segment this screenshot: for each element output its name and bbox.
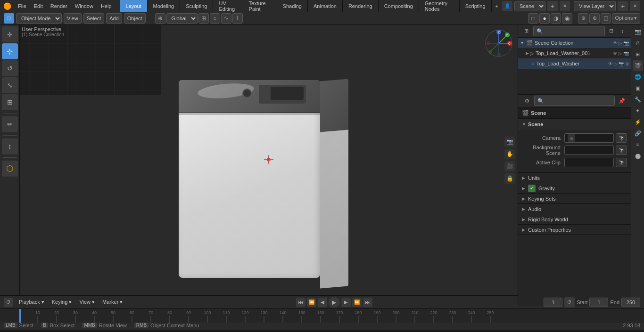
menu-render[interactable]: Render [47, 0, 71, 12]
view-toggle[interactable]: 👁 [613, 40, 618, 46]
keying-sets-section[interactable]: ▶ Keying Sets [518, 194, 631, 204]
move-tool-btn[interactable]: ⊹ [2, 43, 18, 59]
custom-properties-section[interactable]: ▶ Custom Properties [518, 225, 631, 235]
snap-icon[interactable]: ∿ [221, 13, 231, 24]
viewport-object-menu[interactable]: Object [124, 13, 146, 24]
viewport-type-icon[interactable]: ⬡ [4, 13, 14, 24]
render-toggle[interactable]: 📷 [623, 40, 629, 46]
keying-menu[interactable]: Keying ▾ [50, 299, 74, 305]
view-layer-add-btn[interactable]: + [618, 1, 628, 11]
timeline-type-icon[interactable]: ⏱ [4, 298, 13, 307]
physics-props-icon[interactable]: ⚡ [633, 117, 643, 127]
next-frame-btn[interactable]: ▶ [341, 298, 351, 307]
tab-animation[interactable]: Animation [308, 0, 343, 12]
output-props-icon[interactable]: 🖨 [633, 38, 643, 48]
viewport-area[interactable]: User Perspective (1) Scene Collection [20, 24, 518, 295]
hand-pan-icon[interactable]: ✋ [504, 149, 515, 159]
scale-tool-btn[interactable]: ⤡ [2, 77, 18, 93]
units-section[interactable]: ▶ Units [518, 173, 631, 183]
add-workspace-button[interactable]: + [492, 0, 502, 12]
scene-collection-row[interactable]: ▼ 🎬 Scene Collection 👁 ▷ 📷 [518, 38, 631, 48]
rigid-body-world-section[interactable]: ▶ Rigid Body World [518, 214, 631, 225]
prev-keyframe-btn[interactable]: ⏪ [307, 298, 316, 307]
proportional-edit-icon[interactable]: ○ [210, 13, 220, 24]
mesh-view-toggle[interactable]: 👁 [608, 61, 613, 66]
outliner-type-icon[interactable]: ⊞ [522, 26, 531, 36]
menu-window[interactable]: Window [71, 0, 97, 12]
viewport-add-menu[interactable]: Add [106, 13, 122, 24]
constraints-props-icon[interactable]: 🔗 [633, 128, 643, 138]
add-primitive-btn[interactable]: ⬡ [2, 161, 18, 177]
camera-dropper-btn[interactable]: 🔭 [616, 133, 627, 143]
gizmo-toggle[interactable]: ⊗ [578, 13, 588, 24]
gravity-section[interactable]: ▶ ✓ Gravity [518, 183, 631, 194]
video-camera-icon[interactable]: 🎥 [504, 161, 515, 171]
marker-menu[interactable]: Marker ▾ [100, 299, 124, 305]
annotate-tool-btn[interactable]: ✏ [2, 116, 18, 132]
render-props-icon[interactable]: 📷 [633, 26, 643, 37]
scene-add-btn[interactable]: + [547, 1, 558, 11]
viewport-select-menu[interactable]: Select [83, 13, 105, 24]
tab-shading[interactable]: Shading [277, 0, 308, 12]
background-scene-value[interactable] [564, 146, 614, 155]
xray-toggle[interactable]: ◫ [601, 13, 611, 24]
play-end-btn[interactable]: ⏭ [363, 298, 372, 307]
start-frame-input[interactable] [589, 298, 608, 307]
tab-texture-paint[interactable]: Texture Paint [243, 0, 277, 12]
world-props-icon[interactable]: 🌐 [633, 72, 643, 82]
active-clip-value[interactable] [564, 158, 614, 167]
tab-compositing[interactable]: Compositing [379, 0, 419, 12]
audio-section[interactable]: ▶ Audio [518, 204, 631, 214]
scene-selector[interactable]: Scene [514, 1, 545, 11]
viewport-view-menu[interactable]: View [64, 13, 82, 24]
washer-select-toggle[interactable]: ▷ [619, 51, 622, 56]
navigation-gizmo[interactable]: X Y Z [485, 29, 513, 57]
view-layer-props-icon[interactable]: ⊞ [633, 49, 643, 59]
view-layer-selector[interactable]: View Layer [574, 1, 616, 11]
view-layer-remove-btn[interactable]: ✕ [630, 1, 640, 11]
scene-props-icon[interactable]: 🎬 [633, 60, 643, 71]
mesh-data-toggle[interactable]: ⊕ [625, 61, 629, 66]
transform-orientation-selector[interactable]: Global [166, 13, 198, 24]
active-clip-dropper-btn[interactable]: 🔭 [616, 158, 627, 167]
tab-uv-editing[interactable]: UV Editing [213, 0, 243, 12]
viewport-shading-solid[interactable]: ● [539, 13, 550, 24]
washer-view-toggle[interactable]: 👁 [613, 51, 618, 56]
material-props-icon[interactable]: ⬤ [633, 151, 643, 161]
tab-geometry-nodes[interactable]: Geometry Nodes [419, 0, 460, 12]
select-toggle[interactable]: ▷ [619, 40, 622, 46]
tab-modeling[interactable]: Modeling [148, 0, 181, 12]
particles-props-icon[interactable]: ✦ [633, 105, 643, 116]
gravity-checkbox[interactable]: ✓ [528, 185, 536, 192]
menu-edit[interactable]: Edit [30, 0, 47, 12]
props-type-icon[interactable]: ⚙ [522, 96, 532, 106]
outliner-search[interactable] [533, 26, 605, 36]
washer-render-toggle[interactable]: 📷 [623, 51, 629, 56]
tab-layout[interactable]: Layout [120, 0, 148, 12]
bg-scene-dropper-btn[interactable]: 🔭 [616, 146, 627, 155]
viewport-shading-material[interactable]: ◑ [551, 13, 561, 24]
mesh-select-toggle[interactable]: ▷ [614, 61, 618, 66]
measure-tool-btn[interactable]: ↕ [2, 138, 18, 154]
camera-icon[interactable]: 📷 [504, 137, 515, 147]
properties-search[interactable] [534, 96, 615, 106]
scene-remove-btn[interactable]: ✕ [560, 1, 570, 11]
frame-clock-icon[interactable]: ⏱ [564, 297, 575, 308]
washer-001-row[interactable]: ▶ ▷ Top_Load_Washer_001 👁 ▷ 📷 [518, 48, 631, 58]
outliner-sync-icon[interactable]: ↕ [618, 26, 627, 36]
tab-scripting[interactable]: Scripting [460, 0, 492, 12]
mesh-render-toggle[interactable]: 📷 [619, 61, 624, 66]
viewport-shading-rendered[interactable]: ◉ [562, 13, 572, 24]
next-keyframe-btn[interactable]: ⏩ [352, 298, 362, 307]
pivot-icon[interactable]: ⊞ [198, 13, 209, 24]
camera-value[interactable]: ■ [564, 133, 614, 143]
tab-rendering[interactable]: Rendering [343, 0, 379, 12]
play-pause-btn[interactable]: ▶ [329, 297, 340, 308]
washer-mesh-row[interactable]: ≡ Top_Load_Washer 👁 ▷ 📷 ⊕ [518, 58, 631, 69]
cursor-tool-btn[interactable]: ✛ [2, 26, 18, 42]
options-menu[interactable]: Options ▾ [612, 13, 640, 24]
magnet-icon[interactable]: ⊕ [155, 13, 165, 24]
current-frame-input[interactable] [544, 298, 562, 307]
outliner-filter-icon[interactable]: ⊟ [607, 26, 616, 36]
end-frame-input[interactable] [621, 298, 640, 307]
